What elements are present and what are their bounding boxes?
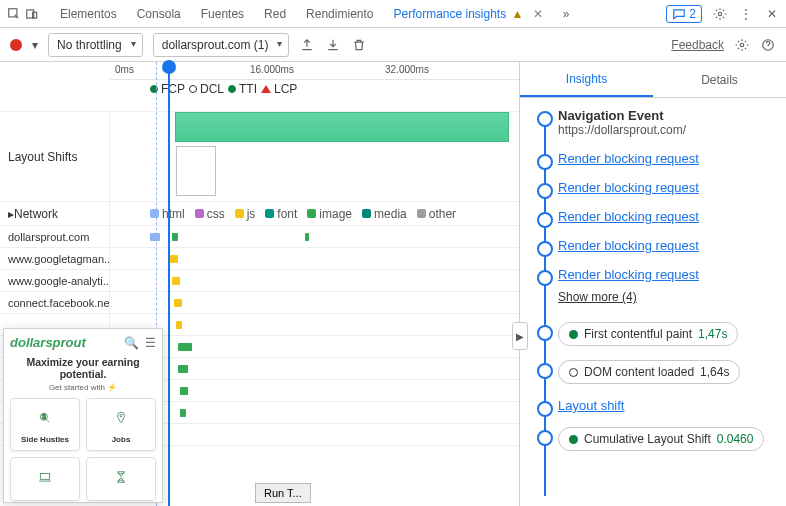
tab-overflow[interactable]: » <box>553 1 580 27</box>
badge-count: 2 <box>689 7 696 21</box>
insight-link[interactable]: Render blocking request <box>558 209 699 224</box>
timeline-panel: 0ms 16.000ms 32.000ms FCP DCL TTI LCP La… <box>0 62 520 506</box>
tick: 16.000ms <box>250 64 294 75</box>
tab-details[interactable]: Details <box>653 62 786 97</box>
run-button[interactable]: Run T... <box>255 483 311 503</box>
insights-list: Navigation Event https://dollarsprout.co… <box>520 98 786 506</box>
insight-link[interactable]: Render blocking request <box>558 151 699 166</box>
req-bar[interactable] <box>180 409 186 417</box>
network-header-row[interactable]: Network html css js font image media oth… <box>0 202 519 226</box>
sidebar: Insights Details Navigation Event https:… <box>520 62 786 506</box>
tab-fuentes[interactable]: Fuentes <box>191 1 254 27</box>
marker-dcl: DCL <box>189 82 224 96</box>
svg-rect-9 <box>40 474 49 480</box>
tab-insights[interactable]: Insights <box>520 62 653 97</box>
layout-shift-bar[interactable] <box>175 112 509 142</box>
location-pin-icon <box>108 405 134 431</box>
pill-value: 0.0460 <box>717 432 754 446</box>
overlay-subtitle: Get started with ⚡ <box>10 383 156 392</box>
req-bar[interactable] <box>180 387 188 395</box>
req-bar[interactable] <box>170 255 178 263</box>
device-toggle-icon[interactable] <box>24 6 40 22</box>
host-label: www.googletagman... <box>0 248 110 269</box>
insight-link[interactable]: Layout shift <box>558 398 625 413</box>
timeline-header: 0ms 16.000ms 32.000ms FCP DCL TTI LCP <box>0 62 519 112</box>
req-bar[interactable] <box>176 321 182 329</box>
pill-label: First contentful paint <box>584 327 692 341</box>
card-3[interactable] <box>10 457 80 501</box>
row-label: Network <box>0 202 110 225</box>
tab-elementos[interactable]: Elementos <box>50 1 127 27</box>
tab-red[interactable]: Red <box>254 1 296 27</box>
search-icon[interactable]: 🔍 <box>124 336 139 350</box>
screenshot-thumb[interactable] <box>176 146 216 196</box>
network-host-row[interactable]: connect.facebook.net <box>0 292 519 314</box>
card-4[interactable] <box>86 457 156 501</box>
tab-close-icon[interactable]: ✕ <box>533 7 543 21</box>
marker-legend: FCP DCL TTI LCP <box>110 82 519 96</box>
network-host-row[interactable]: www.googletagman... <box>0 248 519 270</box>
insight-cls[interactable]: Cumulative Layout Shift 0.0460 <box>538 427 776 451</box>
kebab-icon[interactable]: ⋮ <box>738 6 754 22</box>
tab-performance-insights[interactable]: Performance insights ▲ ✕ <box>383 1 552 27</box>
brand-logo: dollarsprout <box>10 335 86 350</box>
recording-select[interactable]: dollarsprout.com (1) <box>153 33 290 57</box>
settings-icon[interactable] <box>712 6 728 22</box>
pill-value: 1,64s <box>700 365 729 379</box>
menu-icon[interactable]: ☰ <box>145 336 156 350</box>
feedback-link[interactable]: Feedback <box>671 38 724 52</box>
panel-tabs: Elementos Consola Fuentes Red Rendimient… <box>50 1 664 27</box>
insight-layout-shift[interactable]: Layout shift <box>538 398 776 413</box>
tick: 32.000ms <box>385 64 429 75</box>
card-side-hustles[interactable]: $Side Hustles <box>10 398 80 451</box>
req-bar[interactable] <box>172 233 178 241</box>
devtools-tabbar: Elementos Consola Fuentes Red Rendimient… <box>0 0 786 28</box>
show-more-link[interactable]: Show more (4) <box>538 290 776 304</box>
insight-navigation[interactable]: Navigation Event https://dollarsprout.co… <box>538 108 776 137</box>
insight-fcp[interactable]: First contentful paint 1,47s <box>538 322 776 346</box>
pill-label: Cumulative Layout Shift <box>584 432 711 446</box>
req-bar[interactable] <box>305 233 309 241</box>
panel-settings-icon[interactable] <box>734 37 750 53</box>
req-bar[interactable] <box>150 233 160 241</box>
network-host-row[interactable]: dollarsprout.com <box>0 226 519 248</box>
insight-link[interactable]: Render blocking request <box>558 180 699 195</box>
import-icon[interactable] <box>325 37 341 53</box>
insight-render-blocking[interactable]: Render blocking request <box>538 238 776 253</box>
insight-url: https://dollarsprout.com/ <box>558 123 776 137</box>
pane-expand-icon[interactable]: ▶ <box>512 322 528 350</box>
playhead[interactable] <box>168 62 170 506</box>
host-label: connect.facebook.net <box>0 292 110 313</box>
messages-badge[interactable]: 2 <box>666 5 702 23</box>
req-bar[interactable] <box>172 277 180 285</box>
pill-value: 1,47s <box>698 327 727 341</box>
tab-rendimiento[interactable]: Rendimiento <box>296 1 383 27</box>
record-button[interactable] <box>10 39 22 51</box>
host-label: dollarsprout.com <box>0 226 110 247</box>
req-bar[interactable] <box>178 365 188 373</box>
tab-consola[interactable]: Consola <box>127 1 191 27</box>
close-devtools-icon[interactable]: ✕ <box>764 6 780 22</box>
tab-label: Performance insights <box>393 7 506 21</box>
insight-render-blocking[interactable]: Render blocking request <box>538 180 776 195</box>
insight-link[interactable]: Render blocking request <box>558 238 699 253</box>
insight-render-blocking[interactable]: Render blocking request <box>538 267 776 282</box>
help-icon[interactable] <box>760 37 776 53</box>
req-bar[interactable] <box>178 343 192 351</box>
insight-dcl[interactable]: DOM content loaded 1,64s <box>538 360 776 384</box>
req-bar[interactable] <box>174 299 182 307</box>
record-dropdown-icon[interactable]: ▾ <box>32 38 38 52</box>
export-icon[interactable] <box>299 37 315 53</box>
tick: 0ms <box>115 64 134 75</box>
card-jobs[interactable]: Jobs <box>86 398 156 451</box>
network-host-row[interactable]: www.google-analyti... <box>0 270 519 292</box>
throttling-select[interactable]: No throttling <box>48 33 143 57</box>
layout-shifts-track[interactable] <box>110 112 519 201</box>
overlay-title: Maximize your earning potential. <box>10 356 156 380</box>
inspect-icon[interactable] <box>6 6 22 22</box>
insight-render-blocking[interactable]: Render blocking request <box>538 151 776 166</box>
insight-render-blocking[interactable]: Render blocking request <box>538 209 776 224</box>
insight-link[interactable]: Render blocking request <box>558 267 699 282</box>
insight-title: Navigation Event <box>558 108 776 123</box>
trash-icon[interactable] <box>351 37 367 53</box>
